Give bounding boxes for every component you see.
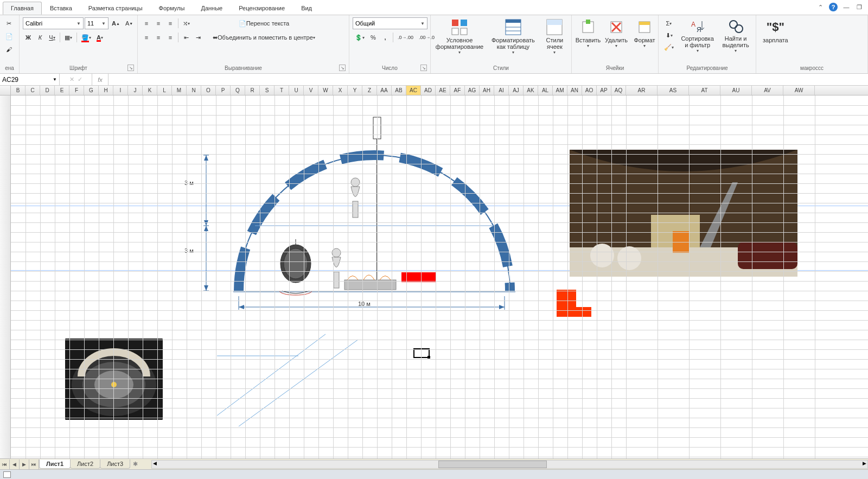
alignment-group-launcher[interactable]: ↘ [339,65,346,71]
increase-font-button[interactable]: A▲ [110,17,122,29]
tab-data[interactable]: Данные [193,2,231,15]
column-header-AW[interactable]: AW [783,86,815,95]
font-group-launcher[interactable]: ↘ [127,65,134,71]
column-header-O[interactable]: O [201,86,216,95]
fill-button[interactable]: ⬇ ▾ [662,29,676,41]
column-header-AD[interactable]: AD [421,86,436,95]
spreadsheet-grid[interactable]: 3 м 3 м 10 м [0,95,868,458]
column-header-M[interactable]: M [172,86,187,95]
column-header-AA[interactable]: AA [377,86,392,95]
column-header-Q[interactable]: Q [231,86,245,95]
enter-formula-icon[interactable]: ✓ [78,76,82,83]
font-color-button[interactable]: A▾ [94,31,105,43]
cell-styles-button[interactable]: Стили ячеек▾ [541,17,568,54]
name-box-dropdown-icon[interactable]: ▼ [53,77,57,82]
column-header-C[interactable]: C [25,86,40,95]
wrap-text-button[interactable]: 📄 Перенос текста [209,17,319,29]
column-header-AR[interactable]: AR [626,86,658,95]
align-bottom-button[interactable]: ≡ [165,17,176,29]
interior-photo-right[interactable] [570,150,797,277]
number-format-combo[interactable]: Общий▼ [353,17,427,29]
sort-filter-button[interactable]: АЯ Сортировка и фильтр▾ [678,17,717,54]
column-header-I[interactable]: I [113,86,128,95]
tab-view[interactable]: Вид [293,2,320,15]
orange-shape-part2[interactable] [557,307,591,317]
orientation-button[interactable]: ⤭▾ [181,17,192,29]
sheet-nav-prev-icon[interactable]: ◀ [10,459,20,469]
cancel-formula-icon[interactable]: ✕ [69,76,74,83]
row-headers[interactable] [0,95,11,458]
column-header-D[interactable]: D [40,86,55,95]
salary-macro-button[interactable]: "$" зарплата [760,17,792,54]
column-header-K[interactable]: K [143,86,157,95]
comma-style-button[interactable]: , [380,31,391,43]
decrease-font-button[interactable]: A▼ [123,17,135,29]
sheet-nav-first-icon[interactable]: ⏮ [0,459,10,469]
column-header-AG[interactable]: AG [465,86,480,95]
format-as-table-button[interactable]: Форматировать как таблицу▾ [487,17,539,54]
sheet-tab-1[interactable]: Лист1 [39,459,71,469]
font-size-combo[interactable]: 11▼ [85,17,108,29]
sheet-tab-3[interactable]: Лист3 [100,459,130,469]
column-header-P[interactable]: P [216,86,231,95]
font-family-combo[interactable]: Calibri▼ [23,17,84,29]
column-header-E[interactable]: E [55,86,69,95]
column-header-AF[interactable]: AF [450,86,465,95]
column-header-R[interactable]: R [245,86,260,95]
fill-color-button[interactable]: 🪣▾ [79,31,93,43]
column-header-G[interactable]: G [84,86,99,95]
align-middle-button[interactable]: ≡ [153,17,164,29]
name-box-input[interactable] [2,76,40,84]
column-header-AN[interactable]: AN [567,86,582,95]
column-header-S[interactable]: S [260,86,275,95]
column-header-T[interactable]: T [275,86,289,95]
format-cells-button[interactable]: Формат▾ [631,17,658,54]
column-header-AE[interactable]: AE [436,86,450,95]
increase-indent-button[interactable]: ⇥ [193,31,203,43]
number-group-launcher[interactable]: ↘ [420,65,427,71]
align-right-button[interactable]: ≡ [165,31,176,43]
column-header-AB[interactable]: AB [392,86,406,95]
tab-home[interactable]: Главная [3,2,42,15]
column-header-AI[interactable]: AI [494,86,509,95]
column-header-AC[interactable]: AC [406,86,421,95]
horizontal-scrollbar[interactable]: ◀ ▶ [151,460,868,469]
column-header-AS[interactable]: AS [658,86,689,95]
increase-decimal-button[interactable]: .0→.00 [395,31,416,43]
merge-center-button[interactable]: ⬌ Объединить и поместить в центре ▾ [209,31,319,43]
column-header-X[interactable]: X [333,86,348,95]
insert-cells-button[interactable]: Вставить▾ [575,17,601,54]
column-header-L[interactable]: L [157,86,172,95]
tab-formulas[interactable]: Формулы [151,2,193,15]
underline-button[interactable]: Ч▾ [47,31,58,43]
percent-button[interactable]: % [368,31,379,43]
select-all-corner[interactable] [0,86,11,95]
column-header-AQ[interactable]: AQ [611,86,626,95]
sheet-tab-2[interactable]: Лист2 [70,459,100,469]
format-painter-button[interactable]: 🖌 [3,43,14,55]
autosum-button[interactable]: Σ ▾ [662,17,676,29]
column-header-AO[interactable]: AO [582,86,597,95]
column-header-AL[interactable]: AL [538,86,553,95]
tab-insert[interactable]: Вставка [42,2,80,15]
column-header-V[interactable]: V [304,86,318,95]
bold-button[interactable]: Ж [23,31,34,43]
help-icon[interactable]: ? [829,3,838,11]
column-header-U[interactable]: U [289,86,304,95]
column-header-AK[interactable]: AK [524,86,538,95]
sheet-nav-next-icon[interactable]: ▶ [20,459,29,469]
conditional-formatting-button[interactable]: Условное форматирование▾ [434,17,485,54]
column-header-AT[interactable]: AT [689,86,720,95]
tab-page-layout[interactable]: Разметка страницы [80,2,151,15]
column-header-H[interactable]: H [99,86,113,95]
sheet-nav-last-icon[interactable]: ⏭ [29,459,39,469]
column-header-W[interactable]: W [318,86,333,95]
clear-button[interactable]: 🧹 ▾ [662,41,676,53]
fx-label[interactable]: fx [92,74,108,85]
column-header-AJ[interactable]: AJ [509,86,524,95]
column-header-B[interactable]: B [11,86,25,95]
column-header-AP[interactable]: AP [597,86,611,95]
column-header-Y[interactable]: Y [348,86,362,95]
formula-input[interactable] [108,74,868,85]
tab-review[interactable]: Рецензирование [231,2,293,15]
